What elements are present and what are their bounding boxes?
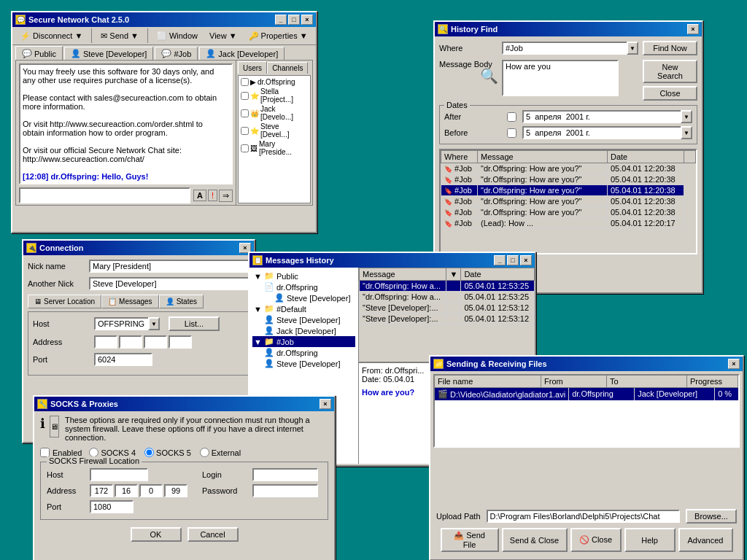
- msg-row[interactable]: "Steve [Developer]:... 05.04.01 12:53:12: [360, 303, 535, 314]
- font-button[interactable]: A: [193, 190, 206, 201]
- sf-close-button2[interactable]: 🚫 Close: [570, 528, 622, 552]
- upload-path-input[interactable]: [487, 510, 680, 523]
- msg-row[interactable]: "dr.Offspring: How a... 05.04.01 12:53:2…: [360, 292, 535, 303]
- addr-part4[interactable]: [169, 335, 192, 349]
- before-check[interactable]: [507, 128, 516, 138]
- where-dropdown-button[interactable]: ▼: [627, 42, 638, 55]
- alert-button[interactable]: !: [208, 190, 217, 201]
- msg-row[interactable]: "dr.Offspring: How a... 05.04.01 12:53:2…: [360, 281, 535, 292]
- result-row[interactable]: 🔖 #Job "dr.Offspring: How are you?" 05.0…: [441, 163, 696, 174]
- server-location-tab[interactable]: 🖥 Server Location: [28, 295, 101, 308]
- socks5-radio[interactable]: SOCKS 5: [144, 448, 191, 457]
- browse-button[interactable]: Browse...: [686, 509, 737, 524]
- user-check[interactable]: [241, 127, 249, 135]
- user-item[interactable]: 🖼 Mary [Preside...: [240, 139, 309, 157]
- send-file-small-button[interactable]: ⇒: [219, 190, 233, 202]
- result-row[interactable]: 🔖 #Job "dr.Offspring: How are you?" 05.0…: [441, 196, 696, 207]
- addr-part2[interactable]: [119, 335, 142, 349]
- host-dropdown[interactable]: ▼: [148, 317, 160, 330]
- user-item[interactable]: ▶ dr.Offspring: [240, 77, 309, 87]
- sf-row[interactable]: 🎬 D:\Video\Gladiator\gladiator1.avi dr.O…: [435, 388, 738, 400]
- send-file-button[interactable]: 📤 Send File: [441, 528, 499, 552]
- user-check[interactable]: [241, 92, 249, 100]
- tab-public[interactable]: 💬 Public: [15, 46, 63, 60]
- after-check[interactable]: [507, 112, 516, 122]
- cancel-button[interactable]: Cancel: [187, 527, 239, 542]
- tab-steve[interactable]: 👤 Steve [Developer]: [64, 47, 153, 60]
- user-check[interactable]: [241, 144, 249, 152]
- help-button[interactable]: Help: [624, 528, 676, 552]
- message-body-input[interactable]: How are you: [502, 60, 619, 96]
- tree-steve-default[interactable]: 👤 Steve [Developer]: [263, 314, 355, 325]
- socks-addr3[interactable]: [139, 484, 163, 497]
- after-input[interactable]: [522, 110, 681, 123]
- hf-close-button2[interactable]: Close: [643, 86, 697, 101]
- where-input[interactable]: [502, 42, 627, 55]
- tab-jack[interactable]: 👤 Jack [Developer]: [199, 47, 285, 60]
- addr-part1[interactable]: [94, 335, 117, 349]
- tree-default[interactable]: ▼ 📁 #Default: [252, 303, 355, 314]
- tree-steve-job[interactable]: 👤 Steve [Developer]: [263, 358, 355, 369]
- properties-button[interactable]: 🔑 Properties ▼: [244, 29, 313, 43]
- maximize-button[interactable]: □: [288, 15, 300, 25]
- advanced-button[interactable]: Advanced: [678, 528, 733, 552]
- ok-button[interactable]: OK: [131, 527, 182, 542]
- tree-public[interactable]: ▼ 📁 Public: [252, 271, 355, 281]
- mh-max-button[interactable]: □: [507, 255, 519, 265]
- user-item[interactable]: ⭐ Steve [Devel...]: [240, 122, 309, 139]
- port-input[interactable]: [94, 353, 152, 366]
- disconnect-button[interactable]: ⚡ Disconnect ▼: [15, 29, 88, 43]
- user-check[interactable]: [241, 109, 249, 117]
- result-row[interactable]: 🔖 #Job "dr.Offspring: How are you?" 05.0…: [441, 185, 696, 196]
- messages-tab[interactable]: 📋 Messages: [101, 295, 159, 308]
- before-dropdown[interactable]: ▼: [681, 126, 692, 139]
- channels-tab[interactable]: Channels: [267, 62, 308, 74]
- socks-addr4[interactable]: [164, 484, 187, 497]
- user-check[interactable]: [241, 78, 249, 86]
- new-search-button[interactable]: New Search: [643, 60, 697, 83]
- user-item[interactable]: ⭐ Stella [Project...]: [240, 87, 309, 104]
- chat-input[interactable]: [19, 187, 190, 203]
- result-row[interactable]: 🔖 #Job "dr.Offspring: How are you?" 05.0…: [441, 207, 696, 218]
- result-row[interactable]: 🔖 #Job (Lead): How ... 05.04.01 12:20:17: [441, 218, 696, 229]
- hf-close-button[interactable]: ×: [687, 24, 699, 34]
- tab-job[interactable]: 💬 #Job: [155, 47, 198, 60]
- mh-min-button[interactable]: _: [494, 255, 506, 265]
- tree-jack[interactable]: 👤 Jack [Developer]: [263, 325, 355, 336]
- msg-col-sort-icon[interactable]: ▼: [446, 268, 461, 281]
- socks-addr2[interactable]: [115, 484, 138, 497]
- socks5-input[interactable]: [144, 448, 154, 457]
- host-input[interactable]: [94, 317, 148, 330]
- close-button[interactable]: ×: [301, 15, 313, 25]
- socks-close-button[interactable]: ×: [320, 399, 331, 409]
- user-item[interactable]: 👑 Jack [Develo...]: [240, 104, 309, 122]
- view-button[interactable]: View ▼: [204, 29, 242, 42]
- find-now-button[interactable]: Find Now: [643, 41, 697, 55]
- before-input[interactable]: [522, 126, 681, 139]
- send-close-button[interactable]: Send & Close: [502, 528, 568, 552]
- window-button[interactable]: ⬜ Window: [152, 29, 203, 43]
- socks-addr1[interactable]: [90, 484, 113, 497]
- minimize-button[interactable]: _: [275, 15, 287, 25]
- external-radio[interactable]: External: [200, 448, 241, 457]
- external-input[interactable]: [200, 448, 209, 457]
- tree-steve[interactable]: 👤 Steve [Developer]: [273, 292, 355, 303]
- tree-dr-offspring[interactable]: 📄 dr.Offspring: [263, 281, 355, 292]
- sf-close-button[interactable]: ×: [728, 359, 740, 369]
- socks-host-input[interactable]: [90, 468, 148, 481]
- socks-password-input[interactable]: [252, 484, 318, 497]
- addr-part3[interactable]: [144, 335, 167, 349]
- states-tab[interactable]: 👤 States: [159, 295, 204, 308]
- users-tab[interactable]: Users: [238, 61, 267, 74]
- tree-job[interactable]: ▼ 📁 #Job: [252, 336, 355, 347]
- mh-close-button[interactable]: ×: [520, 255, 532, 265]
- list-button[interactable]: List...: [169, 316, 220, 331]
- socks-login-input[interactable]: [252, 468, 318, 481]
- nick-input[interactable]: [89, 260, 249, 273]
- another-nick-input[interactable]: [89, 277, 249, 290]
- tree-dr-job[interactable]: 👤 dr.Offspring: [263, 347, 355, 358]
- send-button[interactable]: ✉ Send ▼: [96, 29, 144, 43]
- result-row[interactable]: 🔖 #Job "dr.Offspring: How are you?" 05.0…: [441, 174, 696, 185]
- msg-row[interactable]: "Steve [Developer]:... 05.04.01 12:53:12: [360, 314, 535, 324]
- after-dropdown[interactable]: ▼: [681, 110, 692, 123]
